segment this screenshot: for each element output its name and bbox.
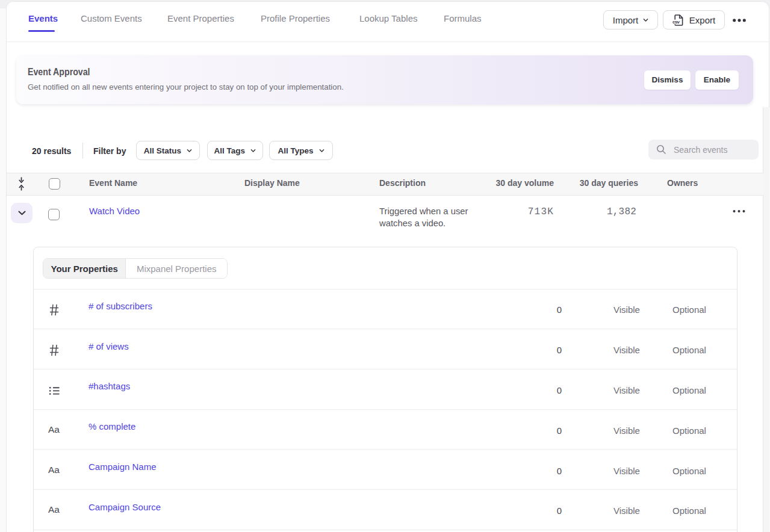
svg-text:csv: csv bbox=[672, 20, 680, 25]
